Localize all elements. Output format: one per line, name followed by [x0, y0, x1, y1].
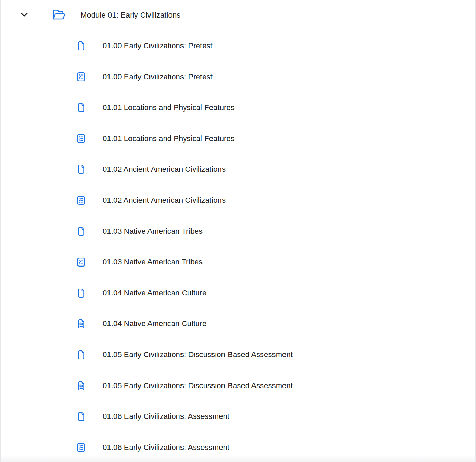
item-label[interactable]: 01.00 Early Civilizations: Pretest — [103, 41, 213, 50]
quiz-checklist-icon — [77, 257, 85, 267]
folder-open-icon — [52, 8, 65, 21]
item-label[interactable]: 01.00 Early Civilizations: Pretest — [103, 72, 213, 81]
module-item-row[interactable]: 01.00 Early Civilizations: Pretest — [1, 61, 475, 92]
module-item-row[interactable]: 01.03 Native American Tribes — [1, 216, 475, 247]
module-item-row[interactable]: 01.01 Locations and Physical Features — [1, 123, 475, 154]
quiz-checklist-icon — [77, 195, 85, 205]
module-item-row[interactable]: 01.00 Early Civilizations: Pretest — [1, 30, 475, 61]
item-label[interactable]: 01.02 Ancient American Civilizations — [103, 196, 226, 205]
module-item-row[interactable]: 01.02 Ancient American Civilizations — [1, 154, 475, 185]
module-item-row[interactable]: 01.05 Early Civilizations: Discussion-Ba… — [1, 370, 475, 401]
page-icon — [77, 164, 85, 174]
item-label[interactable]: 01.02 Ancient American Civilizations — [103, 165, 226, 174]
item-label[interactable]: 01.03 Native American Tribes — [103, 258, 203, 267]
module-item-row[interactable]: 01.04 Native American Culture — [1, 278, 475, 309]
assignment-doc-icon — [77, 319, 85, 329]
module-item-row[interactable]: 01.03 Native American Tribes — [1, 247, 475, 278]
module-item-list: 01.00 Early Civilizations: Pretest 01.00… — [1, 30, 475, 462]
item-label[interactable]: 01.04 Native American Culture — [103, 289, 206, 298]
module-header[interactable]: Module 01: Early Civilizations — [1, 0, 475, 30]
next-section-divider — [1, 456, 475, 462]
module-item-row[interactable]: 01.01 Locations and Physical Features — [1, 92, 475, 123]
page-icon — [77, 227, 85, 236]
quiz-checklist-icon — [77, 134, 85, 143]
module-item-row[interactable]: 01.02 Ancient American Civilizations — [1, 185, 475, 216]
page-icon — [77, 41, 85, 51]
item-label[interactable]: 01.04 Native American Culture — [103, 319, 206, 328]
page-icon — [77, 350, 85, 360]
quiz-checklist-icon — [77, 72, 85, 82]
assignment-doc-icon — [77, 381, 85, 391]
item-label[interactable]: 01.06 Early Civilizations: Assessment — [103, 412, 229, 421]
module-item-row[interactable]: 01.04 Native American Culture — [1, 309, 475, 340]
item-label[interactable]: 01.01 Locations and Physical Features — [103, 134, 235, 143]
page-icon — [77, 412, 85, 421]
module-item-row[interactable]: 01.06 Early Civilizations: Assessment — [1, 401, 475, 432]
page-icon — [77, 103, 85, 112]
item-label[interactable]: 01.01 Locations and Physical Features — [103, 103, 235, 112]
item-label[interactable]: 01.06 Early Civilizations: Assessment — [103, 443, 229, 452]
item-label[interactable]: 01.03 Native American Tribes — [103, 227, 203, 236]
module-title[interactable]: Module 01: Early Civilizations — [81, 11, 180, 20]
module-tree-panel: Module 01: Early Civilizations 01.00 Ear… — [0, 0, 476, 462]
item-label[interactable]: 01.05 Early Civilizations: Discussion-Ba… — [103, 381, 293, 390]
chevron-down-icon[interactable] — [21, 12, 28, 17]
item-label[interactable]: 01.05 Early Civilizations: Discussion-Ba… — [103, 350, 293, 359]
page-icon — [77, 288, 85, 298]
module-item-row[interactable]: 01.05 Early Civilizations: Discussion-Ba… — [1, 339, 475, 370]
quiz-checklist-icon — [77, 443, 85, 452]
